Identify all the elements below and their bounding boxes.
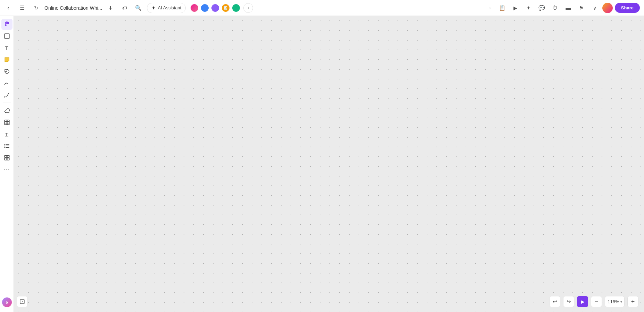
download-button[interactable]: ⬇: [105, 2, 116, 14]
collaborator-avatar-5[interactable]: [232, 3, 241, 12]
tag-button[interactable]: 🏷: [119, 2, 130, 14]
svg-point-12: [5, 146, 5, 146]
insert-button[interactable]: 📋: [497, 2, 508, 14]
svg-rect-0: [5, 34, 9, 38]
more-options-button[interactable]: ∨: [589, 2, 600, 14]
collaborator-avatar-4[interactable]: 📝: [221, 3, 230, 12]
tool-sticky[interactable]: [1, 54, 12, 65]
tool-table[interactable]: [1, 117, 12, 128]
collaborator-avatar-2[interactable]: [200, 3, 209, 12]
user-avatar[interactable]: [602, 3, 613, 13]
templates-button[interactable]: ▬: [563, 2, 574, 14]
tool-shapes[interactable]: [1, 66, 12, 77]
tool-pen[interactable]: [1, 78, 12, 89]
tool-frame[interactable]: [1, 31, 12, 42]
zoom-in-button[interactable]: +: [627, 296, 638, 307]
svg-rect-3: [5, 120, 9, 125]
present-button[interactable]: ▶: [510, 2, 521, 14]
header-left: ‹ ☰ ↻ Online Collaboration Whi... ⬇ 🏷 🔍 …: [0, 2, 479, 14]
search-button[interactable]: 🔍: [133, 2, 144, 14]
redo-button[interactable]: ↪: [563, 296, 574, 307]
tool-eraser[interactable]: [1, 105, 12, 116]
collaborator-avatar-1[interactable]: [190, 3, 199, 12]
ai-icon: ✦: [151, 5, 156, 11]
bottom-left-controls: [17, 296, 28, 307]
comment-button[interactable]: 💬: [536, 2, 547, 14]
panel-toggle-button[interactable]: →: [484, 2, 495, 14]
tool-brush[interactable]: [1, 89, 12, 101]
collaborator-avatar-3[interactable]: [211, 3, 220, 12]
tool-list[interactable]: [1, 140, 12, 151]
tool-more[interactable]: ···: [1, 164, 12, 175]
zoom-percentage: 118%: [607, 299, 620, 304]
share-button[interactable]: Share: [615, 3, 640, 13]
svg-rect-17: [7, 158, 9, 160]
menu-button[interactable]: ☰: [17, 2, 28, 14]
svg-rect-16: [5, 158, 7, 160]
document-title: Online Collaboration Whi...: [44, 5, 102, 11]
tool-text-style[interactable]: T: [1, 129, 12, 140]
svg-rect-15: [7, 155, 9, 157]
bottom-right-controls: ↩ ↪ ▶ − 118% ▾ +: [549, 296, 638, 307]
ai-assistant-label: AI Assistant: [158, 5, 182, 10]
svg-point-11: [5, 144, 5, 145]
left-toolbar: T: [0, 16, 14, 312]
back-button[interactable]: ‹: [3, 2, 14, 14]
tool-hand[interactable]: [1, 19, 12, 30]
sidebar-user-avatar[interactable]: b: [2, 297, 12, 307]
play-button[interactable]: ▶: [577, 296, 588, 307]
header: ‹ ☰ ↻ Online Collaboration Whi... ⬇ 🏷 🔍 …: [0, 0, 644, 16]
svg-rect-2: [5, 69, 7, 71]
undo-button[interactable]: ↩: [549, 296, 560, 307]
svg-point-13: [5, 147, 5, 148]
svg-rect-14: [5, 155, 7, 157]
collaborators-expand-button[interactable]: ‹: [243, 3, 253, 13]
add-frame-button[interactable]: [17, 296, 28, 307]
zoom-level-control: 118% ▾: [605, 296, 625, 307]
separator-1: [3, 103, 11, 103]
ai-assistant-button[interactable]: ✦ AI Assistant: [147, 3, 186, 13]
canvas[interactable]: [14, 16, 644, 312]
header-right: → 📋 ▶ ✦ 💬 ⏱ ▬ ⚑ ∨ Share: [479, 2, 644, 14]
zoom-out-button[interactable]: −: [591, 296, 602, 307]
reactions-button[interactable]: ✦: [523, 2, 534, 14]
flag-button[interactable]: ⚑: [576, 2, 587, 14]
tool-text[interactable]: T: [1, 42, 12, 53]
sync-button[interactable]: ↻: [31, 2, 42, 14]
zoom-dropdown-icon[interactable]: ▾: [620, 300, 622, 304]
collaborator-avatars: 📝: [190, 3, 241, 12]
timer-button[interactable]: ⏱: [550, 2, 561, 14]
tool-grid[interactable]: [1, 152, 12, 163]
